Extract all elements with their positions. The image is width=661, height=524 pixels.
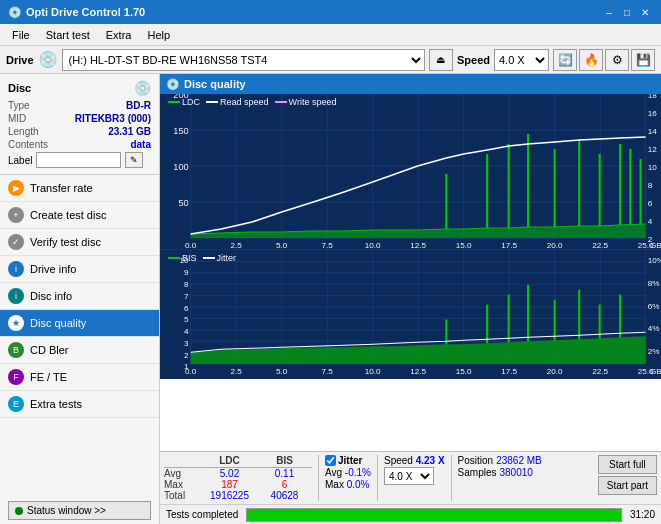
speed-dropdown-inline[interactable]: 4.0 X [384, 467, 434, 485]
jitter-avg-row: Avg -0.1% [325, 467, 371, 478]
progress-fill [247, 509, 621, 521]
nav-icon-cd-bler: B [8, 342, 24, 358]
panel-header-title: Disc quality [184, 78, 246, 90]
nav-label-verify: Verify test disc [30, 236, 101, 248]
start-full-button[interactable]: Start full [598, 455, 657, 474]
jitter-avg-label: Avg [325, 467, 345, 478]
speed-label: Speed [457, 54, 490, 66]
svg-text:4: 4 [184, 327, 189, 336]
legend-read-speed: Read speed [206, 97, 269, 107]
eject-button[interactable]: ⏏ [429, 49, 453, 71]
burn-button[interactable]: 🔥 [579, 49, 603, 71]
position-value: 23862 MB [496, 455, 542, 466]
menu-start-test[interactable]: Start test [38, 27, 98, 43]
chart-top-legend: LDC Read speed Write speed [168, 97, 336, 107]
svg-text:50: 50 [178, 198, 188, 208]
speed-select[interactable]: 4.0 X [494, 49, 549, 71]
nav-label-create: Create test disc [30, 209, 106, 221]
jitter-checkbox[interactable] [325, 455, 336, 466]
svg-text:12.5: 12.5 [410, 367, 426, 376]
main-content: Disc 💿 Type BD-R MID RITEKBR3 (000) Leng… [0, 74, 661, 524]
status-window-button[interactable]: Status window >> [8, 501, 151, 520]
disc-length-row: Length 23.31 GB [8, 126, 151, 137]
nav-fe-te[interactable]: F FE / TE [0, 364, 159, 391]
drive-select[interactable]: (H:) HL-DT-ST BD-RE WH16NS58 TST4 [62, 49, 425, 71]
refresh-button[interactable]: 🔄 [553, 49, 577, 71]
speed-row: Speed 4.23 X [384, 455, 445, 466]
label-input[interactable] [36, 152, 121, 168]
type-value: BD-R [126, 100, 151, 111]
samples-value: 380010 [500, 467, 533, 478]
nav-icon-disc-info: i [8, 288, 24, 304]
nav-extra-tests[interactable]: E Extra tests [0, 391, 159, 418]
nav-create-test-disc[interactable]: + Create test disc [0, 202, 159, 229]
legend-ldc: LDC [168, 97, 200, 107]
chart-top-wrapper: LDC Read speed Write speed [160, 94, 661, 249]
settings-button[interactable]: ⚙ [605, 49, 629, 71]
maximize-button[interactable]: □ [619, 4, 635, 20]
nav-icon-verify: ✓ [8, 234, 24, 250]
length-value: 23.31 GB [108, 126, 151, 137]
jitter-label: Jitter [338, 455, 362, 466]
svg-text:150: 150 [173, 126, 188, 136]
right-panel: 💿 Disc quality LDC Read speed [160, 74, 661, 524]
svg-text:9: 9 [184, 268, 189, 277]
avg-bis: 0.11 [257, 468, 312, 479]
nav-verify-test-disc[interactable]: ✓ Verify test disc [0, 229, 159, 256]
jitter-avg-value: -0.1% [345, 467, 371, 478]
nav-icon-transfer: ▶ [8, 180, 24, 196]
max-label: Max [164, 479, 202, 490]
start-part-button[interactable]: Start part [598, 476, 657, 495]
disc-panel-icon: 💿 [134, 80, 151, 96]
svg-text:20.0: 20.0 [547, 241, 563, 249]
nav-disc-quality[interactable]: ★ Disc quality [0, 310, 159, 337]
minimize-button[interactable]: – [601, 4, 617, 20]
menu-extra[interactable]: Extra [98, 27, 140, 43]
nav-icon-drive: i [8, 261, 24, 277]
svg-text:2.5: 2.5 [230, 241, 242, 249]
nav-cd-bler[interactable]: B CD Bler [0, 337, 159, 364]
svg-text:10%: 10% [648, 256, 661, 265]
jitter-max-value: 0.0% [347, 479, 370, 490]
nav-label-drive-info: Drive info [30, 263, 76, 275]
samples-row: Samples 380010 [458, 467, 542, 478]
contents-label: Contents [8, 139, 48, 150]
nav-label-extra: Extra tests [30, 398, 82, 410]
svg-text:7: 7 [184, 292, 189, 301]
panel-header-icon: 💿 [166, 78, 180, 91]
svg-text:0.0: 0.0 [185, 367, 197, 376]
panel-header: 💿 Disc quality [160, 74, 661, 94]
label-button[interactable]: ✎ [125, 152, 143, 168]
menu-file[interactable]: File [4, 27, 38, 43]
legend-jitter: Jitter [203, 253, 237, 263]
menu-help[interactable]: Help [139, 27, 178, 43]
avg-ldc: 5.02 [202, 468, 257, 479]
nav-label-fe-te: FE / TE [30, 371, 67, 383]
svg-text:10.0: 10.0 [365, 367, 381, 376]
svg-text:3: 3 [184, 339, 189, 348]
top-chart-svg: 200 150 100 50 18 16 14 12 10 8 6 4 [160, 94, 661, 249]
speed-value: 4.23 X [416, 455, 445, 466]
nav-drive-info[interactable]: i Drive info [0, 256, 159, 283]
save-button[interactable]: 💾 [631, 49, 655, 71]
nav-disc-info[interactable]: i Disc info [0, 283, 159, 310]
status-bar: Tests completed 31:20 [160, 504, 661, 524]
chart-bottom-legend: BIS Jitter [168, 253, 236, 263]
legend-bis: BIS [168, 253, 197, 263]
total-bis: 40628 [257, 490, 312, 501]
jitter-header: Jitter [325, 455, 371, 466]
write-speed-dot [275, 101, 287, 103]
disc-label-row: Label ✎ [8, 152, 151, 168]
status-indicator [15, 507, 23, 515]
chart-bottom-wrapper: BIS Jitter [160, 249, 661, 379]
app-icon: 💿 [8, 6, 22, 19]
disc-mid-row: MID RITEKBR3 (000) [8, 113, 151, 124]
status-text: Tests completed [166, 509, 238, 520]
mid-value: RITEKBR3 (000) [75, 113, 151, 124]
samples-label: Samples [458, 467, 497, 478]
close-button[interactable]: ✕ [637, 4, 653, 20]
position-label: Position [458, 455, 494, 466]
nav-transfer-rate[interactable]: ▶ Transfer rate [0, 175, 159, 202]
svg-text:6%: 6% [648, 302, 660, 311]
mid-label: MID [8, 113, 26, 124]
